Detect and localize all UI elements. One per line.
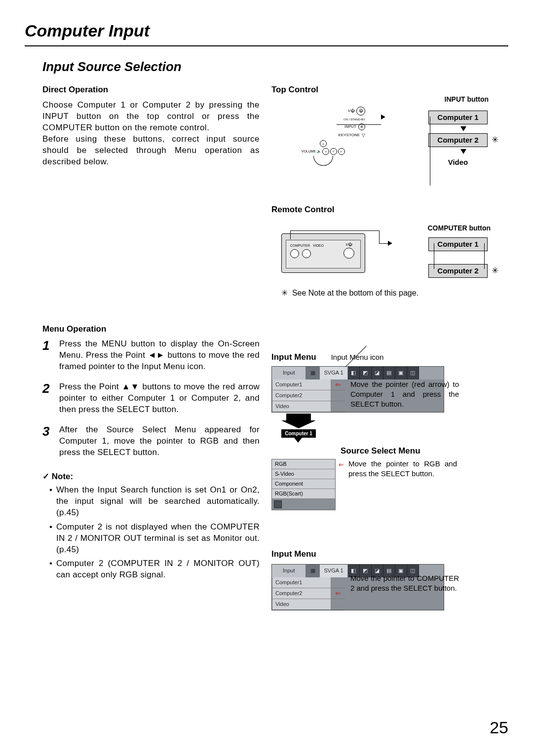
osd-tab-input: Input (272, 367, 306, 379)
computer-button-label: COMPUTER button (427, 224, 491, 233)
power-button-icon: ⏻ (356, 107, 365, 115)
connector-line (290, 230, 291, 239)
remote-cycle-computer1: Computer 1 (428, 237, 488, 251)
connector-line (379, 243, 388, 244)
remote-computer-button-icon (290, 249, 299, 258)
osd-selected-icon: ▦ (306, 367, 320, 379)
osd-toolbar-icon: ▣ (395, 367, 407, 379)
note-item-3: Computer 2 (COMPUTER IN 2 / MONITOR OUT)… (49, 558, 260, 581)
keystone-icon: ▽ (362, 132, 365, 138)
back-icon (274, 500, 282, 508)
keystone-label: KEYSTONE (339, 133, 360, 138)
speaker-icon: 🔈 (317, 149, 321, 153)
arrow-down-icon (460, 126, 466, 131)
step-2-text: Press the Point ▲▼ buttons to move the r… (59, 381, 260, 416)
src-row-component: Component (272, 479, 335, 489)
menu-operation-heading: Menu Operation (42, 324, 260, 335)
osd-row-computer2: Computer2 (272, 588, 331, 599)
section-title: Input Source Selection (42, 58, 508, 76)
remote-power-label: I/⏻ (343, 242, 354, 248)
arrow-down-icon (460, 149, 466, 154)
asterisk-note-text: See Note at the bottom of this page. (292, 289, 419, 297)
up-button-icon: ▵ (320, 140, 327, 147)
input-menu2-heading: Input Menu (271, 549, 508, 560)
osd-toolbar-icon: ◫ (407, 367, 419, 379)
src-row-rgb: RGB (272, 459, 335, 469)
osd-toolbar-icon: ◪ (372, 367, 383, 379)
input-menu-heading: Input Menu (271, 352, 316, 363)
note-item-2: Computer 2 is not displayed when the COM… (49, 522, 260, 556)
step-number-2: 2 (42, 381, 59, 416)
remote-computer-label: COMPUTER (290, 243, 310, 248)
osd-row-video: Video (272, 599, 331, 610)
arrow-down-icon (294, 438, 302, 443)
asterisk-icon: ✳ (492, 265, 498, 277)
computer1-badge: Computer 1 (281, 429, 316, 438)
source-menu-caption: Move the pointer to RGB and press the SE… (348, 457, 457, 510)
page-number: 25 (490, 717, 508, 739)
power-symbol: I/⏻ (348, 109, 354, 114)
osd-toolbar-icon: ◧ (348, 367, 360, 379)
asterisk-icon: ✳ (281, 289, 288, 297)
remote-control-heading: Remote Control (271, 204, 508, 216)
osd-row-video: Video (272, 401, 331, 412)
arrow-right-icon (388, 241, 392, 246)
osd-row-computer2: Computer2 (272, 390, 331, 401)
panel-arc (313, 156, 333, 166)
standby-label: ON / STAND-BY (343, 117, 365, 121)
step-1-text: Press the MENU button to display the On-… (59, 339, 260, 373)
step-3-text: After the Source Select Menu appeared fo… (59, 424, 260, 458)
osd-row-computer1: Computer1 (272, 379, 331, 390)
osd-tab-input: Input (272, 565, 306, 577)
red-pointer-icon: ⇐ (335, 380, 341, 389)
down-button-icon: ▿ (330, 148, 337, 155)
remote-video-label: VIDEO (313, 243, 324, 248)
top-control-panel: I/⏻⏻ ON / STAND-BY INPUT⊕ KEYSTONE▽ ▵ VO… (281, 107, 365, 176)
arrow-right-icon (381, 114, 385, 119)
cycle-loop-line (484, 243, 485, 269)
direct-operation-heading: Direct Operation (42, 84, 260, 96)
src-row-svideo: S-Video (272, 469, 335, 479)
dropdown-arrow-icon (281, 420, 316, 428)
top-control-heading: Top Control (271, 84, 508, 96)
cycle-loop-line (434, 243, 434, 269)
input-menu-caption: Move the pointer (red arrow) to Computer… (350, 379, 459, 410)
note-heading: ✓ Note: (42, 471, 260, 483)
cycle-computer2: Computer 2 (428, 133, 488, 147)
input-menu2-caption: Move the pointer to COMPUTER 2 and press… (350, 573, 459, 594)
asterisk-icon: ✳ (492, 135, 498, 146)
direct-operation-p1: Choose Computer 1 or Computer 2 by press… (42, 100, 260, 134)
left-button-icon: ◃ (322, 148, 329, 155)
cycle-computer1: Computer 1 (428, 111, 488, 124)
step-number-3: 3 (42, 424, 59, 458)
remote-power-button-icon (343, 248, 354, 259)
direct-operation-p2: Before using these buttons, correct inpu… (42, 134, 260, 168)
input-label: INPUT (344, 124, 356, 130)
source-select-menu-heading: Source Select Menu (341, 446, 508, 457)
osd-row-computer1: Computer1 (272, 577, 331, 588)
input-button-label: INPUT button (445, 95, 489, 104)
connector-line (290, 230, 379, 231)
remote-video-button-icon (302, 249, 311, 258)
osd-selected-icon: ▦ (306, 565, 320, 577)
connector-line (337, 124, 381, 125)
red-pointer-icon: ⇐ (335, 589, 341, 598)
osd-mode: SVGA 1 (320, 367, 347, 379)
dropdown-arrow-bar (286, 414, 311, 420)
note-item-1: When the Input Search function is set On… (49, 485, 260, 519)
step-number-1: 1 (42, 339, 59, 373)
remote-control-diagram: COMPUTER VIDEO I/⏻ (281, 233, 365, 273)
osd-toolbar-icon: ▤ (383, 367, 395, 379)
remote-cycle-computer2: Computer 2 (428, 264, 488, 278)
osd-toolbar-icon: ◩ (360, 367, 372, 379)
right-button-icon: ▹ (338, 148, 345, 155)
osd-mode: SVGA 1 (320, 565, 347, 577)
connector-line (379, 230, 380, 243)
volume-label: VOLUME (302, 149, 316, 153)
cycle-loop-line (430, 116, 430, 186)
osd-source-select-menu: RGB S-Video Component RGB(Scart) (271, 459, 336, 510)
cycle-video: Video (428, 156, 488, 169)
page-title: Computer Input (25, 20, 508, 46)
src-row-rgbscart: RGB(Scart) (272, 489, 335, 499)
